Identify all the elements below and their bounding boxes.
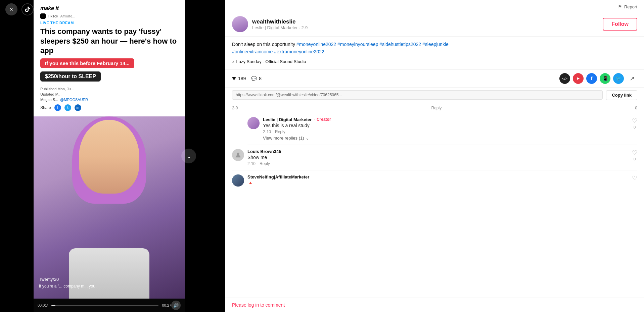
heart-icon: ♥: [232, 74, 236, 82]
follow-button[interactable]: Follow: [603, 18, 637, 31]
close-button[interactable]: ×: [5, 3, 17, 15]
share-whatsapp-button[interactable]: 📱: [600, 73, 610, 84]
share-twitter-button[interactable]: 🐦: [613, 73, 624, 84]
share-row: Share f t in: [40, 104, 178, 111]
likes-count: 189: [238, 76, 246, 81]
creator-badge: · Creator: [314, 117, 331, 122]
article-updated: Updated M...: [40, 92, 178, 96]
video-link: https://www.tiktok.com/@wealthwithleslie…: [232, 90, 603, 100]
article-author-handle: @MEGGSAUER: [60, 98, 88, 102]
video-controls: 00:01 / 00:27 🔊: [34, 299, 185, 312]
hashtag-3[interactable]: #sidehustletips2022: [379, 42, 421, 47]
leslie-like-area: ♡ 0: [632, 117, 637, 141]
steve-comment-text: 🔺: [247, 180, 629, 186]
bubble-2: $250/hour to SLEEP: [40, 71, 101, 82]
article-overlay: make it t TikTok Affiliate... LIVE THE D…: [34, 0, 185, 116]
louis-comment-body: Louis Brown345 Show me 2-10 Reply: [247, 149, 629, 166]
chevron-down-button[interactable]: ⌄: [181, 149, 196, 163]
slide-label: Twenty/20: [39, 277, 59, 282]
share-icons-row: </> ▶ f 📱 🐦 ↗: [559, 73, 637, 84]
steve-author: SteveNeifing|AffiliateMarketer: [247, 174, 629, 179]
view-more-replies[interactable]: View more replies (1) ⌄: [263, 136, 629, 141]
share-tiktok-icon[interactable]: ▶: [573, 73, 584, 84]
tiktok-label: TikTok: [48, 14, 58, 18]
hashtag-4[interactable]: #sleepjunkie: [422, 42, 449, 47]
login-link[interactable]: Please log in to comment: [232, 302, 285, 308]
steve-like-icon[interactable]: ♡: [632, 174, 637, 182]
comments-count: 8: [259, 76, 262, 81]
comment-action[interactable]: 💬 8: [251, 76, 262, 81]
share-label: Share: [40, 105, 51, 110]
leslie-comment-body: Leslie | Digital Marketer · Creator Yes …: [263, 117, 629, 141]
leslie-author: Leslie | Digital Marketer · Creator: [263, 117, 629, 122]
affiliate-label: Affiliate...: [60, 14, 75, 18]
person-area: Twenty/20 If you're a "... company m... …: [34, 116, 185, 299]
username: wealthwithleslie: [252, 18, 599, 25]
comment-louis: Louis Brown345 Show me 2-10 Reply ♡ 0: [232, 145, 637, 170]
louis-like-count: 0: [634, 157, 636, 161]
volume-button[interactable]: 🔊: [171, 301, 181, 310]
comment-leslie: Leslie | Digital Marketer · Creator Yes …: [247, 113, 637, 145]
actions-row: ♥ 189 💬 8 </> ▶ f 📱 🐦 ↗: [225, 70, 644, 88]
share-embed-icon[interactable]: </>: [559, 73, 570, 84]
user-subtitle: Leslie | Digital Marketer · 2-9: [252, 25, 599, 30]
leslie-like-icon[interactable]: ♡: [632, 117, 637, 124]
hashtag-2[interactable]: #moneyinyoursleep: [337, 42, 378, 47]
steve-like-area: ♡: [632, 174, 637, 187]
video-panel: make it t TikTok Affiliate... LIVE THE D…: [34, 0, 185, 312]
louis-comment-meta: 2-10 Reply: [247, 161, 629, 166]
share-facebook-button[interactable]: f: [586, 73, 597, 84]
video-caption: If you're a "... company m... you.: [39, 284, 179, 289]
leslie-comment-meta: 2-10 Reply: [263, 129, 629, 134]
share-forward-button[interactable]: ↗: [627, 73, 637, 84]
steve-avatar[interactable]: [232, 174, 244, 187]
sound-row: ♪ Lazy Sunday - Official Sound Studio: [232, 58, 637, 65]
share-linkedin-icon[interactable]: in: [75, 104, 81, 111]
leslie-comment-date: 2-10: [263, 129, 271, 134]
right-panel: ⚑ Report wealthwithleslie Leslie | Digit…: [225, 0, 644, 312]
hashtag-1[interactable]: #moneyonline2022: [296, 42, 336, 47]
article-title: This company wants to pay 'fussy' sleepe…: [40, 27, 178, 56]
progress-bar-fill: [51, 305, 56, 306]
louis-like-icon[interactable]: ♡: [632, 149, 637, 156]
user-avatar[interactable]: [232, 16, 248, 32]
hashtag-6[interactable]: #extramoneyonline2022: [274, 49, 324, 54]
user-details: wealthwithleslie Leslie | Digital Market…: [252, 18, 599, 30]
article-category: LIVE THE DREAM: [40, 21, 178, 25]
progress-bar[interactable]: [51, 305, 159, 306]
flag-icon: ⚑: [618, 4, 622, 9]
description-text: Don't sleep on this opportunity: [232, 42, 296, 47]
share-facebook-icon[interactable]: f: [54, 104, 61, 111]
share-twitter-icon[interactable]: t: [64, 104, 71, 111]
hashtag-5[interactable]: #onlineextraincome: [232, 49, 273, 54]
leslie-like-count: 0: [634, 125, 636, 129]
prev-comment-date: 2-9: [232, 106, 238, 110]
music-icon: ♪: [232, 58, 234, 65]
svg-point-0: [237, 152, 239, 155]
person-face: [79, 120, 139, 194]
prev-comment-reply[interactable]: Reply: [431, 106, 442, 110]
video-description: Don't sleep on this opportunity #moneyon…: [225, 37, 644, 70]
louis-reply-button[interactable]: Reply: [260, 161, 270, 166]
leslie-avatar[interactable]: [247, 117, 260, 129]
login-bar: Please log in to comment: [225, 298, 644, 312]
report-button[interactable]: ⚑ Report: [618, 4, 637, 9]
prev-comment-row: 2-9 Reply 0: [232, 103, 637, 113]
copy-link-button[interactable]: Copy link: [606, 90, 637, 100]
tiktok-logo: [21, 3, 34, 15]
current-time: 00:01: [38, 303, 47, 307]
tiktok-small-icon: t: [40, 13, 46, 19]
total-time: 00:27: [162, 303, 171, 307]
link-bar: https://www.tiktok.com/@wealthwithleslie…: [225, 88, 644, 103]
like-action[interactable]: ♥ 189: [232, 74, 246, 82]
leslie-reply-button[interactable]: Reply: [275, 129, 285, 134]
make-it-logo: make it: [40, 5, 59, 11]
sound-name[interactable]: Lazy Sunday - Official Sound Studio: [236, 58, 306, 65]
prev-comment-like-count: 0: [635, 106, 637, 110]
article-author-name: Megan S...: [40, 98, 58, 102]
louis-avatar[interactable]: [232, 149, 244, 161]
comments-section: 2-9 Reply 0 Leslie | Digital Marketer · …: [225, 103, 644, 298]
person-silhouette: [34, 116, 185, 299]
avatar-image: [232, 16, 248, 32]
louis-comment-text: Show me: [247, 155, 629, 160]
